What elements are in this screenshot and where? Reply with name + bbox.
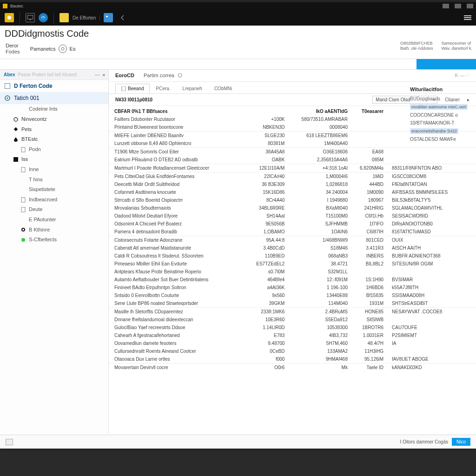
cell-val4: DIRsANOtOTONB0 bbox=[388, 220, 453, 228]
cell-val3: 1H6BD6 bbox=[354, 284, 388, 291]
table-row[interactable]: Masille ih Sletorflts CDoparemtez2338:1M… bbox=[109, 308, 476, 316]
subtab-partner[interactable]: Partim correa bbox=[144, 73, 174, 79]
sidebar-item[interactable]: S-Cfbeltects bbox=[0, 235, 108, 245]
taskbar-folder-icon[interactable] bbox=[60, 13, 69, 22]
table-row[interactable]: Movarertain Devirvll cocreO0r6MkTaele ID… bbox=[109, 364, 476, 372]
table-row[interactable]: Autamto Aeftatbouder Sot Buer Detintirit… bbox=[109, 276, 476, 284]
hamburger-icon[interactable] bbox=[464, 15, 471, 20]
svg-rect-19 bbox=[21, 167, 25, 172]
sidebar-item[interactable]: Codeine Ints bbox=[0, 104, 108, 114]
table-row[interactable]: Odsonimt A Chicoeit Pef Boaterz9E5056BSJ… bbox=[109, 220, 476, 228]
table-row[interactable]: Martmurt I Poaote Iflotadiancenset Gleet… bbox=[109, 164, 476, 172]
monitor-icon bbox=[27, 15, 33, 20]
minimize-icon[interactable] bbox=[443, 4, 449, 8]
sidebar-filter-prefix: Abex bbox=[4, 72, 15, 77]
table-row[interactable]: Otaooaca Dux Larne ortlesf0009HMAf46895.… bbox=[109, 355, 476, 364]
sidebar-item[interactable]: Indbeacroed bbox=[0, 195, 108, 205]
right-panel-row[interactable]: eraconnetsiharabe S422 bbox=[410, 128, 458, 134]
sidebar-item-label: T hins bbox=[29, 176, 43, 184]
sidebar-active-item[interactable]: Tatich 001 bbox=[0, 92, 108, 104]
sidebar-item[interactable]: B Kthinre bbox=[0, 225, 108, 235]
sidebar-item[interactable]: Inne bbox=[0, 165, 108, 175]
sidebar-item[interactable]: Iss bbox=[0, 154, 108, 165]
chevron-left-icon[interactable]: ◂ bbox=[102, 72, 105, 77]
table-row[interactable]: GuloclBiao Yaef recreestrts Ddsoe1.14LlR… bbox=[109, 324, 476, 331]
right-panel-row[interactable]: mosblan aatenume mieC.oert bbox=[410, 104, 468, 110]
cell-val2: 133AMA2 bbox=[296, 347, 354, 355]
table-row[interactable]: Pets CitteiOad Gluk EndfdenFontames22ICA… bbox=[109, 172, 476, 181]
table-row[interactable]: Eatrium PRauámd O DTEB2 AD odtoatbOABK2,… bbox=[109, 156, 476, 164]
table-row[interactable]: Cultursednraitt Roents Aineand Coolcer0C… bbox=[109, 347, 476, 355]
table-row[interactable]: Oovamedliun damete fesoters9.487005H7M,4… bbox=[109, 339, 476, 347]
cell-desc: Martmurt I Poaote Iflotadiancenset Gleet… bbox=[109, 164, 251, 172]
cell-desc: Lunzett obborse 8,49 A80 Ophlentcro bbox=[109, 139, 251, 148]
subtab-eurocd[interactable]: EoroCD bbox=[115, 73, 134, 79]
body: Abex Passe Prateri tod telt Idused: — ◂ … bbox=[0, 70, 476, 434]
table-row[interactable]: Finineet BAdto Etrpufnntpn Soltrona4Al36… bbox=[109, 284, 476, 291]
sidebar-item[interactable]: Pets bbox=[0, 125, 108, 135]
maximize-icon[interactable] bbox=[455, 4, 461, 8]
taskbar-browser-icon[interactable] bbox=[39, 13, 48, 22]
table-row[interactable]: Pimeaeso Mbiller Elhil Ean EvdurteES7TZE… bbox=[109, 260, 476, 268]
sidebar-item[interactable]: Podn bbox=[0, 145, 108, 155]
taskbar-separator bbox=[20, 12, 20, 23]
taskbar-monitor-icon[interactable] bbox=[26, 13, 35, 22]
collapse-icon[interactable]: — bbox=[95, 72, 99, 77]
settings-icon[interactable] bbox=[177, 73, 183, 78]
sidebar-item[interactable]: BTEstc bbox=[0, 134, 108, 145]
table-row[interactable]: Mrovalanias Srbudternaiots34BL6R0REBXaMI… bbox=[109, 204, 476, 212]
taskbar-explorer-icon[interactable] bbox=[104, 13, 113, 22]
drop-icon bbox=[13, 137, 19, 142]
ribbon-group-parameters[interactable]: Pamanetcs Es bbox=[28, 41, 78, 59]
table-row[interactable]: Cistoraecnuts Fotarte Adoozrane95A.44:81… bbox=[109, 236, 476, 245]
view-tab-3[interactable]: Lrepaneh bbox=[177, 84, 208, 93]
cell-val2: S5EDa912 bbox=[296, 316, 354, 324]
taskbar-tab[interactable]: De Efforten bbox=[73, 15, 100, 20]
table-row[interactable]: Antptears Kfause Probr Beiratime Roperio… bbox=[109, 268, 476, 276]
table-row[interactable]: Caberatt Atl amernael Maidistanurote3.4B… bbox=[109, 244, 476, 252]
sidebar-item[interactable]: Ninvecontz bbox=[0, 114, 108, 125]
ring-icon bbox=[13, 117, 19, 122]
cell-val3: Taele ID bbox=[354, 364, 388, 372]
sidebar-item[interactable]: Deute bbox=[0, 205, 108, 215]
sidebar-filter[interactable]: Abex Passe Prateri tod telt Idused: — ◂ bbox=[0, 70, 108, 80]
cell-val1: 22ICA#40 bbox=[251, 172, 296, 181]
cell-val3: 180967 bbox=[354, 196, 388, 204]
cell-val2: 1OAIN6 bbox=[296, 228, 354, 236]
view-tab-4[interactable]: CObMNi bbox=[208, 84, 238, 93]
view-tab-2[interactable]: PCera. bbox=[150, 84, 176, 93]
status-primary-button[interactable]: Nico bbox=[452, 438, 470, 446]
table-row[interactable]: Caldi R Cobsoutress lt Slsderut. SSoonrt… bbox=[109, 252, 476, 260]
cell-desc: Antptears Kfause Probr Beiratime Roperio bbox=[109, 268, 251, 276]
table-row[interactable]: Oadood Milolvt Deutiart EfyoreSH14AalT15… bbox=[109, 212, 476, 220]
grid-icon[interactable] bbox=[6, 439, 13, 445]
cell-val4: SESlSACWDf9ID bbox=[388, 212, 453, 220]
table-row[interactable]: Dnnane fheltslandumoal dideexteccan10E3R… bbox=[109, 316, 476, 324]
subtab-tools[interactable]: K — ∴ bbox=[455, 73, 469, 79]
cell-val1: 9x560 bbox=[251, 291, 296, 299]
sidebar-root[interactable]: D Ferton Code bbox=[0, 80, 108, 92]
view-tab-brand[interactable]: Beeand bbox=[115, 84, 150, 93]
cell-val1: OABK bbox=[251, 156, 296, 164]
ribbon-group-error-codes[interactable]: Deror Fodes bbox=[4, 41, 22, 59]
close-icon[interactable] bbox=[467, 4, 473, 8]
table-row[interactable]: Oeecetb Midir Ordlt Suibfreidod36 B3E309… bbox=[109, 180, 476, 188]
page-back-icon[interactable] bbox=[119, 14, 126, 21]
table-row[interactable]: Sntsido 0 Eenrollbottn Couturte9x5601344… bbox=[109, 291, 476, 299]
sidebar-item[interactable]: Sispetistete bbox=[0, 185, 108, 195]
table-row[interactable]: Cahearh A fgestracaifehortanedE7834IB3,7… bbox=[109, 331, 476, 339]
svg-point-24 bbox=[21, 238, 25, 242]
cell-val2: 4IB3,732 bbox=[296, 331, 354, 339]
sidebar-item[interactable]: E PAotunter bbox=[0, 215, 108, 225]
table-row[interactable]: Pamera 4 detinsadont Boradib1,OBAMO1OAIN… bbox=[109, 228, 476, 236]
cell-val1: SLGE230 bbox=[251, 132, 296, 140]
table-row[interactable]: Cofanneti Asdtinena knocuete15K16D8634 2… bbox=[109, 188, 476, 196]
table-row[interactable]: Sene Llute BP86 noated Straeteqortsder39… bbox=[109, 299, 476, 308]
sidebar-item[interactable]: T hins bbox=[0, 175, 108, 185]
table-row[interactable]: T1906 Mtze Somnrls Cool Eiter38A45A8O36E… bbox=[109, 148, 476, 156]
sidebar-filter-placeholder: Passe Prateri tod telt Idused: bbox=[18, 72, 77, 77]
table-row[interactable]: Strrcatb d S8o Boentd Ospioectrr8Cr4A40I… bbox=[109, 196, 476, 204]
taskbar-app-icon[interactable] bbox=[5, 13, 14, 22]
cell-val2: 1M4i00A40 bbox=[296, 139, 354, 148]
cell-val1: 10E3R60 bbox=[251, 316, 296, 324]
